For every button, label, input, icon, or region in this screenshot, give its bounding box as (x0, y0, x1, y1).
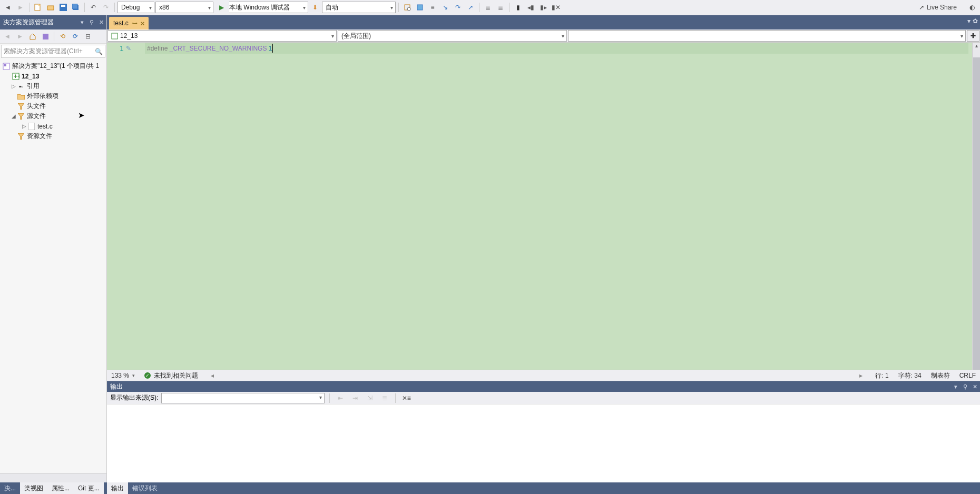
tree-project-row[interactable]: ++ 12_13 (0, 71, 106, 81)
open-button[interactable] (45, 2, 56, 13)
keyword: #define (147, 45, 168, 52)
split-add-button[interactable]: ✚ (967, 30, 979, 42)
nav-scope-combo[interactable]: (全局范围) (338, 30, 567, 42)
chevron-down-icon: ▾ (132, 373, 135, 378)
tree-headers-row[interactable]: 头文件 (0, 101, 106, 111)
se-switch-icon[interactable] (40, 31, 51, 42)
clear-icon[interactable]: ⇲ (364, 392, 376, 404)
bookmark-clear-icon[interactable]: ▮✕ (550, 2, 562, 13)
undo-button[interactable]: ↶ (87, 2, 99, 13)
scroll-up-icon[interactable]: ▴ (973, 43, 980, 50)
se-collapse-icon[interactable]: ⊟ (82, 31, 94, 42)
start-debug-button[interactable]: ▶ (215, 2, 227, 13)
solution-explorer-search[interactable]: 索解决方案资源管理器(Ctrl+ 🔍 (1, 45, 105, 58)
step-into-icon[interactable]: ↘ (439, 2, 451, 13)
indent-left-icon[interactable]: ≣ (482, 2, 494, 13)
tab-git[interactable]: Git 更... (74, 482, 104, 494)
expand-icon[interactable]: ▷ (21, 123, 27, 129)
se-home-icon[interactable] (27, 31, 38, 42)
nav-project-combo[interactable]: 12_13 (107, 30, 337, 42)
platform-combo[interactable]: x86 (155, 2, 213, 13)
clear-all-icon[interactable]: ✕≡ (400, 392, 412, 404)
hscroll-right-icon[interactable]: ▸ (859, 372, 863, 379)
macro-value: 1 (269, 45, 272, 52)
tab-classview[interactable]: 类视图 (20, 482, 47, 494)
tab-output[interactable]: 输出 (107, 482, 128, 494)
se-back-icon[interactable]: ◄ (2, 31, 13, 42)
panel-pin-icon[interactable]: ⚲ (961, 383, 969, 390)
save-all-button[interactable] (70, 2, 82, 13)
bookmark-next-icon[interactable]: ▮▸ (537, 2, 549, 13)
tree-resources-row[interactable]: 资源文件 (0, 131, 106, 141)
tool-3-icon[interactable]: ≡ (427, 2, 438, 13)
zoom-combo[interactable]: 133 % ▾ (111, 372, 135, 379)
project-icon: ++ (12, 72, 20, 81)
expand-icon[interactable]: ▷ (11, 83, 17, 89)
fire-icon[interactable]: ⬇ (309, 2, 321, 13)
pin-icon[interactable]: ⊶ (132, 20, 138, 27)
svg-text:++: ++ (14, 73, 19, 80)
navigation-bar: 12_13 (全局范围) ✚ (107, 29, 980, 43)
se-hscroll[interactable] (0, 473, 106, 482)
redo-button[interactable]: ↷ (100, 2, 112, 13)
wordwrap-icon[interactable]: ≣ (379, 392, 390, 404)
tab-testc[interactable]: test.c ⊶ × (109, 17, 149, 29)
separator (114, 3, 115, 12)
panel-pin-icon[interactable]: ⚲ (87, 19, 96, 26)
output-title: 输出 (110, 382, 123, 391)
hscroll-left-icon[interactable]: ◂ (211, 372, 214, 379)
svg-rect-14 (112, 33, 117, 39)
gutter: 1 ✎ (107, 43, 143, 370)
tab-overflow-icon[interactable]: ▾ (967, 17, 971, 25)
scroll-thumb[interactable] (973, 57, 980, 370)
se-refresh-icon[interactable]: ⟳ (70, 31, 81, 42)
tree-ext-row[interactable]: 外部依赖项 (0, 91, 106, 101)
issues-label: 未找到相关问题 (154, 371, 198, 380)
bookmark-icon[interactable]: ▮ (512, 2, 524, 13)
auto-combo[interactable]: 自动 (322, 2, 396, 13)
panel-menu-icon[interactable]: ▾ (952, 383, 960, 390)
left-tool-tabs: 决... 类视图 属性... Git 更... (0, 482, 107, 494)
save-button[interactable] (57, 2, 69, 13)
nav-back-button[interactable]: ◄ (2, 2, 14, 13)
bookmark-prev-icon[interactable]: ◂▮ (525, 2, 536, 13)
separator (395, 393, 396, 403)
tab-settings-icon[interactable]: ✿ (973, 17, 978, 25)
panel-close-icon[interactable]: ✕ (97, 19, 105, 26)
goto-next-icon[interactable]: ⇥ (349, 392, 361, 404)
vertical-scrollbar[interactable]: ▴ ▾ (972, 43, 980, 370)
panel-menu-icon[interactable]: ▾ (78, 19, 86, 26)
close-tab-icon[interactable]: × (141, 19, 145, 27)
debugger-combo[interactable]: 本地 Windows 调试器 (229, 2, 308, 13)
se-sync-icon[interactable]: ⟲ (57, 31, 68, 42)
tab-solution-short[interactable]: 决... (0, 482, 20, 494)
step-over-icon[interactable]: ↷ (452, 2, 464, 13)
editor-status-bar: 133 % ▾ ✓ 未找到相关问题 ◂ ▸ 行: 1 字符: 34 制表符 CR… (107, 370, 980, 381)
config-combo[interactable]: Debug (117, 2, 154, 13)
tree-refs-row[interactable]: ▷ ▪▫ 引用 (0, 81, 106, 91)
tool-1-icon[interactable] (401, 2, 413, 13)
se-fwd-icon[interactable]: ► (14, 31, 26, 42)
account-icon[interactable]: ◐ (966, 2, 978, 13)
tree-testc-row[interactable]: ▷ test.c (0, 121, 106, 131)
solution-icon (2, 62, 11, 71)
tree-sources-row[interactable]: ◢ 源文件 (0, 111, 106, 121)
output-body[interactable] (107, 404, 980, 482)
output-source-combo[interactable] (161, 393, 325, 403)
tab-error-list[interactable]: 错误列表 (128, 482, 162, 494)
code-line-1[interactable]: #define _CRT_SECURE_NO_WARNINGS 1 (145, 43, 968, 54)
line-indicator: 行: 1 (875, 371, 888, 380)
step-out-icon[interactable]: ↗ (465, 2, 476, 13)
panel-close-icon[interactable]: ✕ (971, 383, 979, 390)
goto-prev-icon[interactable]: ⇤ (335, 392, 346, 404)
tool-2-icon[interactable] (414, 2, 426, 13)
editor-body[interactable]: 1 ✎ #define _CRT_SECURE_NO_WARNINGS 1 ▴ … (107, 43, 980, 370)
liveshare-button[interactable]: ↗ Live Share (914, 4, 962, 11)
tab-properties[interactable]: 属性... (47, 482, 74, 494)
nav-fwd-button[interactable]: ► (15, 2, 26, 13)
tree-solution-row[interactable]: 解决方案"12_13"(1 个项目/共 1 (0, 61, 106, 71)
new-item-button[interactable] (32, 2, 44, 13)
indent-right-icon[interactable]: ≣ (495, 2, 506, 13)
collapse-icon[interactable]: ◢ (11, 113, 17, 119)
nav-member-combo[interactable] (568, 30, 966, 42)
